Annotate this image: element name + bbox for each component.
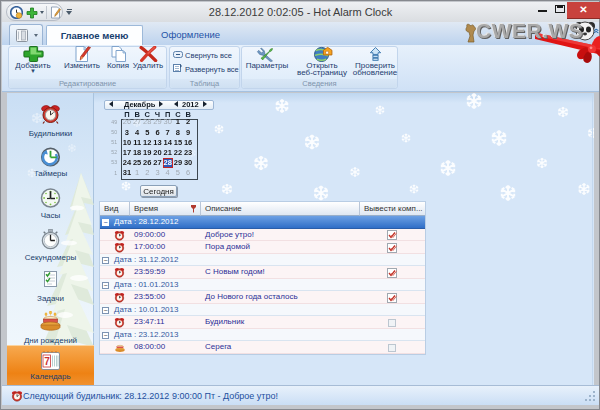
svg-text:7: 7	[44, 356, 50, 367]
